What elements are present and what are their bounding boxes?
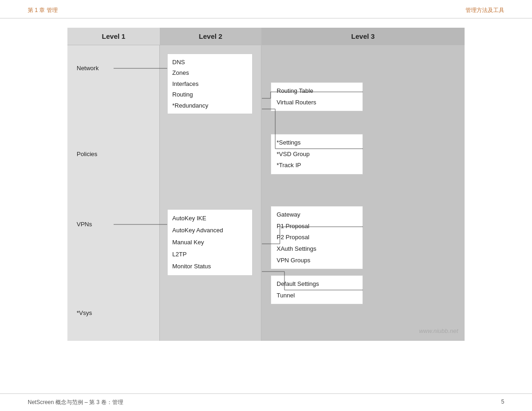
diagram-body: Network Policies VPNs *Vsys DNS Zones In… — [67, 45, 465, 341]
watermark: www.niubb.net — [419, 327, 458, 334]
l3-gateway: Gateway — [277, 209, 357, 221]
l3-autokey-box: Gateway P1 Proposal P2 Proposal XAuth Se… — [271, 206, 363, 269]
l1-vpns: VPNs — [77, 221, 92, 228]
level2-column: DNS Zones Interfaces Routing *Redundancy… — [160, 45, 261, 341]
l3-vsd-group: *VSD Group — [277, 149, 357, 160]
l3-p1-proposal: P1 Proposal — [277, 221, 357, 232]
l3-default-settings: Default Settings — [277, 278, 357, 290]
l2-l2tp: L2TP — [172, 248, 248, 260]
l1-network: Network — [77, 65, 99, 72]
l2-manual-key: Manual Key — [172, 236, 248, 248]
l2-network-box: DNS Zones Interfaces Routing *Redundancy — [167, 54, 253, 114]
col3-header: Level 3 — [261, 28, 465, 45]
header-chapter: 第 1 章 管理 — [28, 6, 58, 14]
l3-track-ip: *Track IP — [277, 160, 357, 171]
l3-tunnel: Tunnel — [277, 290, 357, 302]
l3-routing-box: Routing Table Virtual Routers — [271, 82, 363, 111]
col2-header: Level 2 — [160, 28, 261, 45]
l3-p2-proposal: P2 Proposal — [277, 232, 357, 243]
header-section: 管理方法及工具 — [466, 6, 504, 14]
l3-vpn-groups: VPN Groups — [277, 255, 357, 266]
l3-settings: *Settings — [277, 137, 357, 149]
level3-column: Routing Table Virtual Routers *Settings … — [261, 45, 465, 341]
diagram-wrapper: Level 1 Level 2 Level 3 Network Policies… — [67, 28, 465, 341]
l2-zones: Zones — [172, 67, 248, 78]
l2-autokey-ike: AutoKey IKE — [172, 212, 248, 224]
column-headers: Level 1 Level 2 Level 3 — [67, 28, 465, 45]
l2-monitor-status: Monitor Status — [172, 260, 248, 272]
l2-dns: DNS — [172, 57, 248, 67]
col1-header: Level 1 — [67, 28, 160, 45]
l3-l2tp-box: Default Settings Tunnel — [271, 275, 363, 304]
l2-autokey-advanced: AutoKey Advanced — [172, 224, 248, 236]
footer-left: NetScreen 概念与范例 – 第 3 卷：管理 — [28, 399, 123, 406]
l3-routing-table: Routing Table — [277, 85, 357, 97]
l3-virtual-routers: Virtual Routers — [277, 97, 357, 109]
l2-routing: Routing — [172, 89, 248, 100]
l3-xauth-settings: XAuth Settings — [277, 243, 357, 255]
l2-interfaces: Interfaces — [172, 79, 248, 89]
footer-right: 5 — [501, 399, 504, 406]
l1-policies: Policies — [77, 151, 97, 157]
level1-column: Network Policies VPNs *Vsys — [67, 45, 160, 341]
page-header: 第 1 章 管理 管理方法及工具 — [0, 0, 532, 18]
page-footer: NetScreen 概念与范例 – 第 3 卷：管理 5 — [0, 393, 532, 411]
l3-redundancy-box: *Settings *VSD Group *Track IP — [271, 134, 363, 175]
main-content: Level 1 Level 2 Level 3 Network Policies… — [0, 18, 532, 350]
l2-vpns-box: AutoKey IKE AutoKey Advanced Manual Key … — [167, 209, 253, 276]
l1-vsys: *Vsys — [77, 309, 92, 316]
l2-redundancy: *Redundancy — [172, 100, 248, 111]
